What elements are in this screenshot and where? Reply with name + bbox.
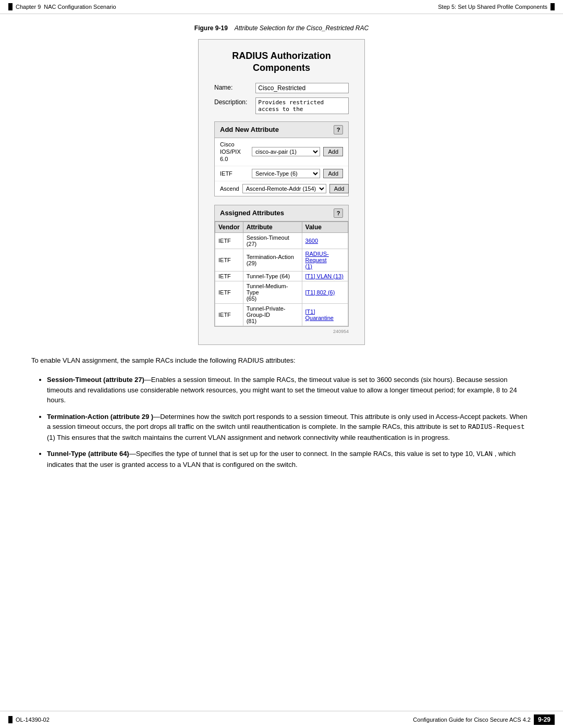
footer-right: Configuration Guide for Cisco Secure ACS…	[413, 714, 555, 725]
description-row: Description: Provides restricted access …	[214, 97, 349, 114]
assigned-attributes-title: Assigned Attributes	[220, 209, 284, 217]
col-vendor: Vendor	[215, 221, 243, 232]
figure-caption-text: Attribute Selection for the Cisco_Restri…	[235, 24, 369, 32]
ietf-add-button[interactable]: Add	[323, 169, 343, 178]
table-row: IETF Termination-Action (29) RADIUS-Requ…	[215, 249, 348, 271]
list-item-termination-action: Termination-Action (attribute 29 )—Deter…	[47, 412, 532, 443]
value-link-802[interactable]: [T1] 802 (6)	[305, 289, 335, 295]
value-cell: [T1] Quarantine	[302, 303, 348, 326]
vendor-label-ascend: Ascend	[220, 185, 239, 192]
header-right: Step 5: Set Up Shared Profile Components	[438, 3, 555, 10]
vendor-label-cisco: CiscoIOS/PIX6.0	[220, 141, 249, 163]
section-bar-icon	[550, 3, 555, 10]
bullet-list: Session-Timeout (attribute 27)—Enables a…	[47, 375, 532, 470]
table-row: IETF Tunnel-Private-Group-ID(81) [T1] Qu…	[215, 303, 348, 326]
bullet3-bold: Tunnel-Type (attribute 64)	[47, 450, 129, 458]
attribute-cell: Tunnel-Medium-Type(65)	[243, 281, 302, 303]
bullet2-bold: Termination-Action (attribute 29 )	[47, 413, 153, 421]
value-cell: 3600	[302, 232, 348, 249]
add-new-attribute-header: Add New Attribute ?	[215, 122, 348, 138]
ascend-add-button[interactable]: Add	[329, 184, 349, 193]
attribute-row-cisco: CiscoIOS/PIX6.0 cisco-av-pair (1) Add	[215, 138, 348, 166]
list-item-tunnel-type: Tunnel-Type (attribute 64)—Specifies the…	[47, 449, 532, 470]
radius-title: RADIUS Authorization Components	[214, 50, 349, 75]
bullet1-bold: Session-Timeout (attribute 27)	[47, 376, 144, 384]
table-header-row: Vendor Attribute Value	[215, 221, 348, 232]
attribute-cell: Session-Timeout (27)	[243, 232, 302, 249]
footer-left: OL-14390-02	[8, 716, 50, 723]
assigned-attributes-help-icon[interactable]: ?	[334, 208, 343, 218]
list-item-session-timeout: Session-Timeout (attribute 27)—Enables a…	[47, 375, 532, 405]
vendor-cell: IETF	[215, 232, 243, 249]
attribute-cell: Termination-Action (29)	[243, 249, 302, 271]
footer: OL-14390-02 Configuration Guide for Cisc…	[0, 711, 563, 728]
vendor-cell: IETF	[215, 281, 243, 303]
figure-caption: Figure 9-19 Attribute Selection for the …	[31, 24, 532, 32]
intro-text: To enable VLAN assignment, the sample RA…	[31, 356, 296, 364]
cisco-add-button[interactable]: Add	[323, 147, 343, 156]
chapter-bar-icon	[8, 3, 13, 10]
top-header: Chapter 9 NAC Configuration Scenario Ste…	[0, 0, 563, 14]
value-cell: [T1] 802 (6)	[302, 281, 348, 303]
radius-box: RADIUS Authorization Components Name: De…	[198, 39, 365, 345]
main-content: Figure 9-19 Attribute Selection for the …	[0, 14, 563, 486]
table-row: IETF Tunnel-Medium-Type(65) [T1] 802 (6)	[215, 281, 348, 303]
chapter-label: Chapter 9	[16, 4, 41, 10]
table-row: IETF Session-Timeout (27) 3600	[215, 232, 348, 249]
value-link-radius-request[interactable]: RADIUS-Request(1)	[305, 251, 329, 269]
attribute-cell: Tunnel-Private-Group-ID(81)	[243, 303, 302, 326]
vendor-label-ietf: IETF	[220, 170, 249, 177]
value-cell: RADIUS-Request(1)	[302, 249, 348, 271]
attribute-cell: Tunnel-Type (64)	[243, 271, 302, 281]
step-label: Step 5: Set Up Shared Profile Components	[438, 4, 547, 10]
name-input[interactable]	[255, 83, 349, 93]
ascend-attribute-select[interactable]: Ascend-Remote-Addr (154)	[242, 184, 326, 193]
footer-bar-icon	[8, 716, 13, 723]
name-label: Name:	[214, 83, 255, 91]
description-label: Description:	[214, 97, 255, 106]
add-new-attribute-title: Add New Attribute	[220, 126, 279, 133]
description-input[interactable]: Provides restricted access to the Cisco …	[255, 97, 349, 114]
vendor-cell: IETF	[215, 249, 243, 271]
figure-number: Figure 9-19	[194, 24, 228, 32]
footer-doc-number: OL-14390-02	[16, 717, 50, 723]
col-value: Value	[302, 221, 348, 232]
header-left: Chapter 9 NAC Configuration Scenario	[8, 3, 116, 10]
assigned-attributes-panel: Assigned Attributes ? Vendor Attribute V…	[214, 205, 349, 327]
page-number: 9-29	[534, 714, 555, 725]
assigned-attributes-table: Vendor Attribute Value IETF Session-Time…	[215, 221, 348, 326]
radius-title-line2: Components	[253, 63, 310, 73]
add-new-attribute-panel: Add New Attribute ? CiscoIOS/PIX6.0 cisc…	[214, 121, 349, 196]
footer-guide-title: Configuration Guide for Cisco Secure ACS…	[413, 717, 531, 723]
name-row: Name:	[214, 83, 349, 93]
figure-watermark: 240954	[214, 329, 349, 334]
value-link-vlan[interactable]: [T1] VLAN (13)	[305, 273, 344, 279]
table-row: IETF Tunnel-Type (64) [T1] VLAN (13)	[215, 271, 348, 281]
assigned-attributes-header: Assigned Attributes ?	[215, 205, 348, 221]
add-attribute-help-icon[interactable]: ?	[334, 125, 343, 134]
ietf-attribute-select[interactable]: Service-Type (6)	[252, 169, 320, 178]
value-link-3600[interactable]: 3600	[305, 238, 318, 244]
vendor-cell: IETF	[215, 271, 243, 281]
attribute-row-ietf: IETF Service-Type (6) Add	[215, 166, 348, 181]
radius-title-line1: RADIUS Authorization	[232, 51, 331, 61]
col-attribute: Attribute	[243, 221, 302, 232]
value-link-quarantine[interactable]: [T1] Quarantine	[305, 309, 334, 321]
body-intro: To enable VLAN assignment, the sample RA…	[31, 355, 532, 366]
chapter-title: NAC Configuration Scenario	[44, 4, 116, 10]
attribute-row-ascend: Ascend Ascend-Remote-Addr (154) Add	[215, 181, 348, 196]
value-cell: [T1] VLAN (13)	[302, 271, 348, 281]
cisco-attribute-select[interactable]: cisco-av-pair (1)	[252, 147, 320, 156]
vendor-cell: IETF	[215, 303, 243, 326]
